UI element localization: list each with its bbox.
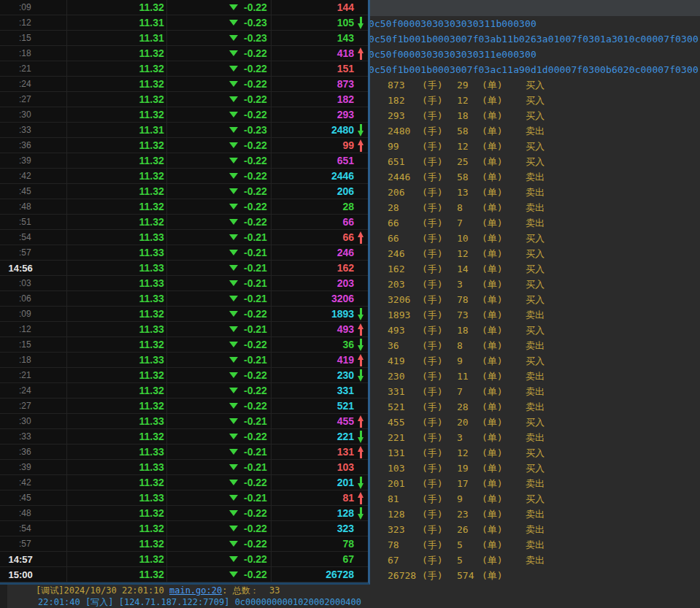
hand-unit-label: (手) xyxy=(422,231,457,246)
table-row[interactable]: :09 11.32 -0.22 144 xyxy=(0,0,368,15)
table-row[interactable]: :03 11.33 -0.21 203 xyxy=(0,276,368,291)
change-cell: -0.23 xyxy=(166,17,269,28)
table-row[interactable]: :21 11.32 -0.22 151 xyxy=(0,61,368,77)
hand-unit-label: (手) xyxy=(422,154,457,169)
trade-direction: 买入 xyxy=(526,415,700,430)
trade-volume: 3206 xyxy=(388,292,422,307)
table-row[interactable]: :15 11.31 -0.23 143 xyxy=(0,31,368,46)
trade-volume: 221 xyxy=(388,430,422,445)
time-cell: :15 xyxy=(0,33,66,43)
table-row[interactable]: 14:57 11.32 -0.22 67 xyxy=(0,552,368,567)
trend-arrow-slot xyxy=(354,429,368,445)
table-row[interactable]: :09 11.32 -0.22 1893 xyxy=(0,307,368,322)
trade-direction: 卖出 xyxy=(526,430,700,445)
hand-unit-label: (手) xyxy=(422,522,457,537)
trade-order-count: 8 xyxy=(457,338,482,353)
time-cell: :39 xyxy=(0,462,66,472)
table-row[interactable]: :36 11.32 -0.22 99 xyxy=(0,138,368,153)
table-row[interactable]: :42 11.32 -0.22 201 xyxy=(0,475,368,490)
trade-order-count: 78 xyxy=(457,292,482,307)
trade-direction: 买入 xyxy=(526,461,700,476)
change-value: -0.22 xyxy=(244,308,267,320)
volume-cell: 873 xyxy=(269,78,354,90)
change-cell: -0.22 xyxy=(166,216,269,228)
trade-direction: 卖出 xyxy=(526,537,700,553)
change-value: -0.22 xyxy=(244,185,267,197)
table-row[interactable]: 15:00 11.32 -0.22 26728 xyxy=(0,567,368,582)
trade-volume: 419 xyxy=(388,353,422,369)
trade-log-row: 206 (手) 13 (单) 卖出 xyxy=(370,185,700,200)
table-row[interactable]: :57 11.33 -0.21 246 xyxy=(0,245,368,261)
table-row[interactable]: :45 11.32 -0.22 206 xyxy=(0,184,368,199)
table-row[interactable]: :51 11.32 -0.22 66 xyxy=(0,215,368,230)
trade-log-row: 78 (手) 5 (单) 卖出 xyxy=(370,537,700,553)
change-cell: -0.22 xyxy=(166,155,269,166)
table-row[interactable]: :39 11.33 -0.21 103 xyxy=(0,460,368,475)
trade-order-count: 574 xyxy=(457,568,482,583)
table-row[interactable]: :27 11.32 -0.22 521 xyxy=(0,399,368,414)
time-cell: :27 xyxy=(0,94,66,104)
table-row[interactable]: :27 11.32 -0.22 182 xyxy=(0,92,368,107)
table-row[interactable]: :30 11.33 -0.21 455 xyxy=(0,414,368,429)
trend-arrow-slot xyxy=(354,276,368,291)
table-row[interactable]: :33 11.31 -0.23 2480 xyxy=(0,123,368,138)
table-row[interactable]: :30 11.32 -0.22 293 xyxy=(0,107,368,123)
table-row[interactable]: :54 11.33 -0.21 66 xyxy=(0,230,368,245)
table-row[interactable]: :12 11.33 -0.21 493 xyxy=(0,322,368,337)
change-value: -0.22 xyxy=(244,216,267,228)
down-arrow-icon xyxy=(358,124,364,136)
trade-volume: 331 xyxy=(388,384,422,399)
change-value: -0.22 xyxy=(244,553,267,565)
order-unit-label: (单) xyxy=(482,369,526,384)
table-row[interactable]: :24 11.32 -0.22 331 xyxy=(0,383,368,399)
change-value: -0.22 xyxy=(244,63,267,74)
table-row[interactable]: :12 11.31 -0.23 105 xyxy=(0,15,368,31)
table-row[interactable]: 14:56 11.33 -0.21 162 xyxy=(0,261,368,276)
change-value: -0.22 xyxy=(244,538,267,550)
price-cell: 11.32 xyxy=(66,507,166,519)
change-cell: -0.22 xyxy=(166,369,269,381)
table-row[interactable]: :48 11.32 -0.22 128 xyxy=(0,506,368,521)
table-row[interactable]: :45 11.33 -0.21 81 xyxy=(0,490,368,506)
table-row[interactable]: :18 11.32 -0.22 418 xyxy=(0,46,368,61)
table-row[interactable]: :06 11.33 -0.21 3206 xyxy=(0,291,368,307)
table-row[interactable]: :57 11.32 -0.22 78 xyxy=(0,536,368,552)
table-row[interactable]: :15 11.32 -0.22 36 xyxy=(0,337,368,353)
change-value: -0.21 xyxy=(244,231,267,243)
source-file-link[interactable]: main.go:20 xyxy=(169,585,222,596)
down-triangle-icon xyxy=(229,66,238,72)
hex-log-line: 0c50f1b001b0003007f03ab11b0263a01007f030… xyxy=(370,31,700,47)
table-row[interactable]: :42 11.32 -0.22 2446 xyxy=(0,169,368,184)
change-cell: -0.21 xyxy=(166,446,269,458)
down-arrow-icon xyxy=(358,477,364,489)
table-row[interactable]: :39 11.32 -0.22 651 xyxy=(0,153,368,169)
log-console[interactable]: [调试]2024/10/30 22:01:10 main.go:20: 总数： … xyxy=(0,585,700,608)
trade-log-row: 651 (手) 25 (单) 买入 xyxy=(370,154,700,169)
debug-console-panel[interactable]: 0c50f00003030303030311b000300 0c50f1b001… xyxy=(370,0,700,585)
down-triangle-icon xyxy=(229,495,238,501)
trade-volume: 2446 xyxy=(388,169,422,185)
trade-direction: 买入 xyxy=(526,323,700,338)
trend-arrow-slot xyxy=(354,445,368,460)
trade-log-row: 162 (手) 14 (单) 买入 xyxy=(370,261,700,277)
down-triangle-icon xyxy=(229,372,238,378)
tick-trade-table[interactable]: :09 11.32 -0.22 144 :12 11.31 -0.23 105 … xyxy=(0,0,370,585)
volume-cell: 230 xyxy=(269,369,354,381)
table-row[interactable]: :24 11.32 -0.22 873 xyxy=(0,77,368,92)
table-row[interactable]: :21 11.32 -0.22 230 xyxy=(0,368,368,383)
change-cell: -0.21 xyxy=(166,354,269,366)
table-row[interactable]: :48 11.32 -0.22 28 xyxy=(0,199,368,215)
time-cell: :57 xyxy=(0,247,66,258)
order-unit-label: (单) xyxy=(482,261,526,277)
hex-log-line: 0c50f00003030303030311b000300 xyxy=(370,16,700,31)
table-row[interactable]: :18 11.33 -0.21 419 xyxy=(0,353,368,368)
price-cell: 11.33 xyxy=(66,492,166,504)
table-row[interactable]: :36 11.33 -0.21 131 xyxy=(0,445,368,460)
down-triangle-icon xyxy=(229,526,238,531)
hand-unit-label: (手) xyxy=(422,200,457,215)
price-cell: 11.32 xyxy=(66,155,166,166)
down-triangle-icon xyxy=(229,158,238,163)
table-row[interactable]: :33 11.32 -0.22 221 xyxy=(0,429,368,445)
table-row[interactable]: :54 11.32 -0.22 323 xyxy=(0,521,368,536)
change-value: -0.21 xyxy=(244,492,267,504)
